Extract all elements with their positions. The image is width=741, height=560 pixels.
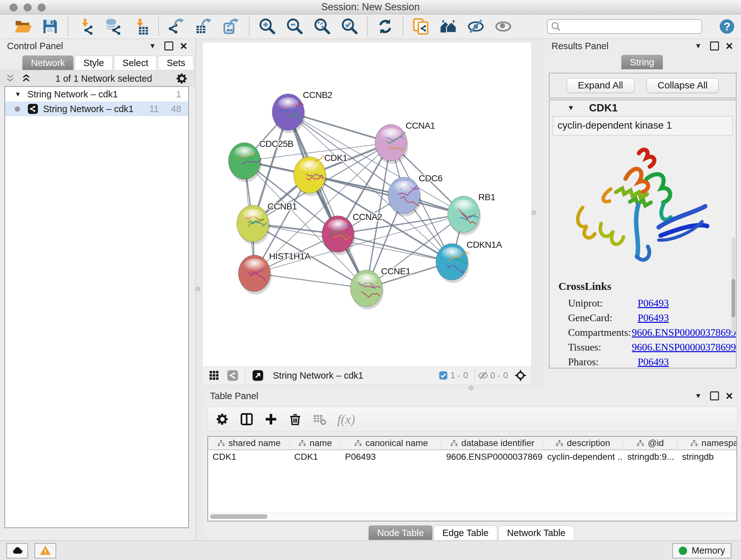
fit-content-crosshair-icon[interactable] [515, 369, 527, 381]
zoom-selected-icon[interactable] [340, 17, 358, 36]
network-overview-icon[interactable] [226, 369, 239, 381]
crosslink-link[interactable]: P06493 [637, 356, 669, 368]
detach-view-icon[interactable] [252, 369, 264, 381]
network-node-cdc25b[interactable]: CDC25B [228, 139, 293, 182]
tab-style[interactable]: Style [75, 56, 112, 70]
collapse-all-icon[interactable] [4, 73, 16, 84]
column-header-canonicalname[interactable]: canonical name [340, 437, 442, 449]
zoom-out-icon[interactable] [286, 17, 304, 36]
show-all-icon[interactable] [494, 17, 512, 36]
panel-menu-icon[interactable]: ▼ [695, 392, 702, 400]
zoom-fit-icon[interactable] [313, 17, 331, 36]
tab-network[interactable]: Network [22, 56, 73, 70]
network-node-rb1[interactable]: RB1 [448, 192, 495, 235]
table-hscrollbar-thumb[interactable] [210, 514, 267, 519]
gene-header-row[interactable]: ▼ CDK1 [549, 100, 736, 116]
export-network-icon[interactable] [167, 17, 185, 36]
panel-close-icon[interactable]: ✕ [725, 41, 733, 52]
selected-checkbox-icon[interactable] [438, 370, 448, 381]
network-node-cdkn1a[interactable]: CDKN1A [436, 240, 502, 283]
homes-icon[interactable] [440, 17, 457, 36]
network-edge[interactable] [288, 112, 366, 288]
tab-string[interactable]: String [621, 55, 663, 69]
panel-menu-icon[interactable]: ▼ [695, 42, 702, 50]
tab-network-table[interactable]: Network Table [498, 525, 574, 540]
gene-collapse-icon[interactable]: ▼ [567, 104, 575, 112]
crosslink-link[interactable]: 9606.ENSP00000378699 [632, 341, 736, 353]
network-options-gear-icon[interactable] [176, 72, 188, 85]
panel-float-icon[interactable] [710, 391, 719, 400]
column-header-description[interactable]: description [543, 437, 623, 449]
panel-close-icon[interactable]: ✕ [725, 390, 733, 401]
table-cell[interactable]: CDK1 [208, 452, 290, 462]
network-row[interactable]: String Network – cdk1 11 48 [5, 102, 188, 116]
network-node-cdc6[interactable]: CDC6 [388, 173, 442, 216]
delete-column-icon[interactable] [288, 412, 302, 426]
tab-select[interactable]: Select [114, 56, 157, 70]
add-column-icon[interactable] [264, 412, 278, 426]
table-cell[interactable]: stringdb:9... [623, 452, 677, 462]
collection-expand-icon[interactable]: ▼ [15, 91, 21, 98]
network-node-ccnb2[interactable]: CCNB2 [272, 90, 332, 133]
table-cell[interactable]: cyclin-dependent ... [543, 452, 623, 462]
zoom-in-icon[interactable] [258, 17, 276, 36]
birdseye-grid-icon[interactable] [208, 369, 220, 381]
network-node-ccnb1[interactable]: CCNB1 [237, 201, 297, 245]
crosslink-link[interactable]: P06493 [637, 312, 669, 324]
import-table-icon[interactable] [132, 17, 150, 36]
save-icon[interactable] [41, 17, 59, 36]
network-node-ccne1[interactable]: CCNE1 [350, 266, 410, 309]
open-folder-icon[interactable] [14, 17, 31, 36]
memory-button[interactable]: Memory [672, 543, 731, 558]
table-cell[interactable]: stringdb [677, 452, 737, 462]
table-options-gear-icon[interactable] [215, 412, 229, 426]
export-table-icon[interactable] [195, 17, 213, 36]
panel-float-icon[interactable] [164, 42, 173, 51]
table-cell[interactable]: CDK1 [290, 452, 340, 462]
collapse-all-button[interactable]: Collapse All [647, 78, 719, 93]
column-header-id[interactable]: @id [623, 437, 677, 449]
warnings-button[interactable] [35, 543, 56, 558]
column-header-databaseidentifier[interactable]: database identifier [442, 437, 543, 449]
column-header-name[interactable]: name [290, 437, 340, 449]
network-node-cdk1[interactable]: CDK1 [293, 153, 347, 196]
window-zoom-button[interactable] [38, 3, 46, 11]
window-minimize-button[interactable] [23, 3, 31, 11]
expand-all-button[interactable]: Expand All [567, 78, 634, 93]
hidden-eye-slash-icon[interactable] [478, 370, 488, 381]
table-row[interactable]: CDK1CDK1P064939606.ENSP00000378699cyclin… [208, 450, 737, 463]
help-icon[interactable]: ? [719, 18, 735, 35]
table-hscrollbar-track[interactable] [207, 513, 737, 521]
table-cell[interactable]: P06493 [340, 452, 442, 462]
results-scrollbar-thumb[interactable] [731, 279, 735, 317]
crosslink-link[interactable]: 9606.ENSP00000378699 [632, 327, 736, 338]
bottom-divider-handle[interactable] [469, 386, 473, 390]
show-columns-icon[interactable] [240, 412, 254, 426]
refresh-icon[interactable] [376, 17, 394, 36]
hide-selected-icon[interactable] [467, 17, 485, 36]
panel-menu-icon[interactable]: ▼ [149, 42, 156, 50]
search-input[interactable] [547, 19, 702, 34]
network-collection-row[interactable]: ▼ String Network – cdk1 1 [5, 87, 188, 102]
node-table[interactable]: shared namenamecanonical namedatabase id… [207, 436, 737, 513]
network-node-hist1h1a[interactable]: HIST1H1A [239, 251, 311, 294]
import-network-icon[interactable] [77, 17, 95, 36]
expand-all-icon[interactable] [20, 73, 32, 84]
tab-edge-table[interactable]: Edge Table [434, 525, 497, 540]
column-header-sharedname[interactable]: shared name [208, 437, 290, 449]
panel-close-icon[interactable]: ✕ [180, 41, 188, 52]
tab-node-table[interactable]: Node Table [368, 525, 432, 540]
panel-float-icon[interactable] [710, 42, 719, 51]
tab-sets[interactable]: Sets [158, 56, 194, 70]
crosslink-link[interactable]: P06493 [637, 297, 669, 309]
right-divider-handle[interactable] [532, 210, 536, 215]
window-close-button[interactable] [10, 3, 17, 11]
column-header-namespace[interactable]: namespace [677, 437, 737, 449]
network-canvas[interactable]: CCNB2CCNA1CDC25BCDK1CDC6RB1CCNB1CCNA2CDK… [203, 43, 531, 367]
export-image-icon[interactable] [222, 17, 240, 36]
import-database-icon[interactable] [105, 17, 122, 36]
table-cell[interactable]: 9606.ENSP00000378699 [442, 452, 543, 462]
cloud-button[interactable] [6, 543, 28, 558]
left-divider-handle[interactable] [196, 287, 200, 291]
string-import-icon[interactable] [412, 17, 430, 36]
